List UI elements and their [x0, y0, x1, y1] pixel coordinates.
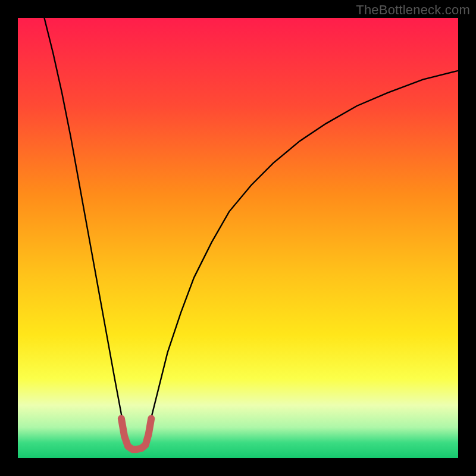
chart-frame: TheBottleneck.com	[0, 0, 476, 476]
plot-area	[18, 18, 458, 458]
chart-svg	[18, 18, 458, 458]
chart-background	[18, 18, 458, 458]
watermark-text: TheBottleneck.com	[356, 2, 470, 18]
